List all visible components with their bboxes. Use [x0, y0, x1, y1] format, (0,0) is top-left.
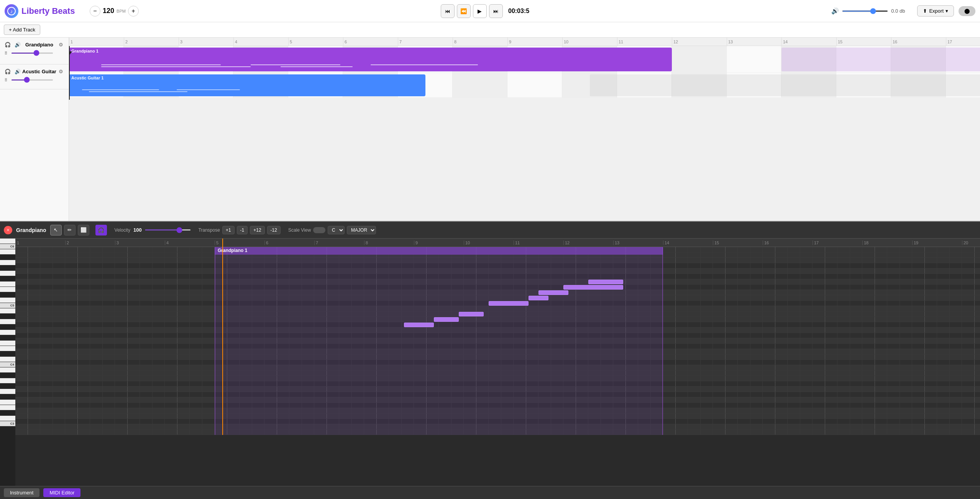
pr-cell[interactable]: [588, 338, 601, 343]
pr-cell[interactable]: [339, 381, 352, 386]
pr-cell[interactable]: [140, 306, 153, 311]
pr-cell[interactable]: [339, 365, 352, 370]
pr-cell[interactable]: [402, 290, 414, 295]
pr-cell[interactable]: [302, 371, 315, 375]
pr-cell[interactable]: [314, 408, 327, 413]
pr-cell[interactable]: [165, 419, 177, 424]
pr-cell[interactable]: [90, 290, 103, 295]
pr-cell[interactable]: [701, 430, 713, 435]
pr-cell[interactable]: [476, 338, 489, 343]
pr-cell[interactable]: [339, 306, 352, 311]
pr-cell[interactable]: [601, 419, 614, 424]
lane-cell[interactable]: [727, 46, 781, 72]
pr-cell[interactable]: [314, 371, 327, 375]
pr-cell[interactable]: [688, 387, 701, 392]
pr-cell[interactable]: [489, 328, 501, 333]
pr-cell[interactable]: [402, 317, 414, 322]
pr-cell[interactable]: [389, 349, 402, 354]
pr-cell[interactable]: [165, 247, 177, 252]
pr-cell[interactable]: [40, 349, 53, 354]
pr-cell[interactable]: [389, 268, 402, 273]
pr-cell[interactable]: [314, 333, 327, 338]
pr-cell[interactable]: [352, 381, 364, 386]
pr-cell[interactable]: [128, 252, 140, 257]
pr-cell[interactable]: [551, 322, 564, 327]
pr-cell[interactable]: [264, 252, 277, 257]
pr-cell[interactable]: [701, 419, 713, 424]
pr-cell[interactable]: [526, 268, 539, 273]
pr-cell[interactable]: [327, 376, 340, 381]
pr-cell[interactable]: [165, 301, 177, 306]
pr-cell[interactable]: [925, 381, 937, 386]
pr-cell[interactable]: [153, 338, 165, 343]
guitar-clip-1[interactable]: Acustic Guitar 1: [69, 74, 425, 96]
pr-cell[interactable]: [140, 258, 153, 263]
pr-cell[interactable]: [937, 354, 950, 359]
pr-cell[interactable]: [140, 274, 153, 279]
pr-cell[interactable]: [78, 306, 90, 311]
pr-cell[interactable]: [850, 376, 863, 381]
pr-cell[interactable]: [676, 279, 688, 284]
grandpiano-clip-1[interactable]: Grandpiano 1: [69, 48, 672, 71]
pr-cell[interactable]: [414, 285, 427, 290]
pr-cell[interactable]: [202, 392, 215, 397]
pr-cell[interactable]: [177, 263, 190, 268]
pr-cell[interactable]: [813, 349, 825, 354]
pr-cell[interactable]: [563, 344, 576, 349]
pr-cell[interactable]: [215, 301, 227, 306]
pr-cell[interactable]: [65, 419, 78, 424]
pr-cell[interactable]: [912, 376, 925, 381]
pr-cell[interactable]: [103, 247, 115, 252]
pr-cell[interactable]: [900, 424, 913, 429]
pr-cell[interactable]: [190, 306, 202, 311]
pr-cell[interactable]: [800, 430, 813, 435]
track-headphone-icon-2[interactable]: 🎧: [4, 68, 11, 75]
pr-cell[interactable]: [140, 344, 153, 349]
pr-cell[interactable]: [439, 392, 451, 397]
pr-cell[interactable]: [651, 408, 663, 413]
pr-cell[interactable]: [339, 274, 352, 279]
pr-cell[interactable]: [53, 279, 66, 284]
pr-cell[interactable]: [252, 424, 265, 429]
pr-cell[interactable]: [588, 371, 601, 375]
piano-key-A5[interactable]: [0, 260, 15, 265]
pr-select-tool[interactable]: ↖: [50, 225, 62, 236]
pr-cell[interactable]: [638, 376, 651, 381]
pr-cell[interactable]: [551, 258, 564, 263]
pr-cell[interactable]: [327, 413, 340, 418]
pr-cell[interactable]: [726, 419, 738, 424]
pr-cell[interactable]: [240, 392, 252, 397]
pr-cell[interactable]: [352, 306, 364, 311]
pr-cell[interactable]: [115, 338, 128, 343]
pr-cell[interactable]: [314, 306, 327, 311]
pr-cell[interactable]: [763, 344, 775, 349]
pr-cell[interactable]: [688, 317, 701, 322]
pr-cell[interactable]: [750, 430, 763, 435]
pr-cell[interactable]: [215, 376, 227, 381]
pr-cell[interactable]: [277, 424, 290, 429]
pr-cell[interactable]: [950, 371, 962, 375]
pr-cell[interactable]: [514, 268, 526, 273]
pr-cell[interactable]: [576, 338, 589, 343]
pr-cell[interactable]: [900, 397, 913, 402]
pr-cell[interactable]: [427, 247, 439, 252]
pr-cell[interactable]: [788, 322, 800, 327]
pr-cell[interactable]: [676, 328, 688, 333]
pr-cell[interactable]: [551, 403, 564, 408]
pr-cell[interactable]: [875, 258, 888, 263]
play-button[interactable]: ▶: [473, 4, 487, 18]
pr-cell[interactable]: [264, 408, 277, 413]
pr-cell[interactable]: [327, 392, 340, 397]
pr-cell[interactable]: [389, 333, 402, 338]
pr-cell[interactable]: [850, 419, 863, 424]
pr-cell[interactable]: [240, 403, 252, 408]
pr-cell[interactable]: [464, 397, 476, 402]
pr-cell[interactable]: [813, 430, 825, 435]
pr-cell[interactable]: [526, 430, 539, 435]
pr-cell[interactable]: [750, 338, 763, 343]
pr-cell[interactable]: [240, 263, 252, 268]
pr-cell[interactable]: [451, 392, 464, 397]
pr-row[interactable]: [15, 333, 980, 338]
pr-cell[interactable]: [538, 301, 551, 306]
pr-cell[interactable]: [202, 317, 215, 322]
